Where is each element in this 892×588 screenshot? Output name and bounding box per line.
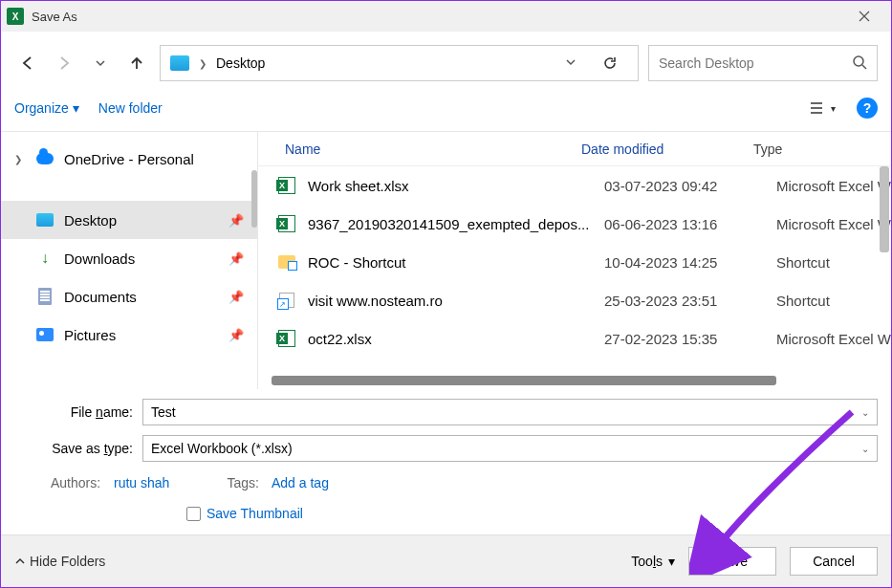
organize-menu[interactable]: Organize ▾ [14, 100, 79, 116]
file-date: 03-07-2023 09:42 [604, 178, 776, 194]
svg-point-0 [854, 56, 863, 66]
file-name: oct22.xlsx [308, 331, 604, 347]
cancel-button[interactable]: Cancel [790, 547, 878, 576]
chevron-right-icon: ❯ [199, 58, 207, 69]
file-type: Microsoft Excel W [776, 331, 891, 347]
tags-value[interactable]: Add a tag [272, 475, 329, 490]
saveastype-label: Save as type: [14, 441, 142, 456]
tools-menu[interactable]: Tools ▾ [631, 554, 675, 569]
file-type: Microsoft Excel W [776, 178, 891, 194]
file-date: 10-04-2023 14:25 [604, 254, 776, 271]
saveastype-value: Excel Workbook (*.xlsx) [151, 441, 293, 456]
chevron-down-icon[interactable]: ⌄ [861, 407, 869, 418]
chevron-down-icon: ▾ [73, 100, 79, 116]
filename-label: File name: [14, 404, 142, 420]
breadcrumb[interactable]: Desktop [216, 55, 265, 71]
file-name: Work sheet.xlsx [308, 178, 604, 194]
file-row[interactable]: Work sheet.xlsx03-07-2023 09:42Microsoft… [258, 166, 891, 205]
nav-label: Pictures [64, 327, 116, 343]
view-options-button[interactable]: ▾ [807, 95, 838, 121]
chevron-down-icon: ▾ [831, 103, 836, 114]
file-icon [278, 215, 295, 232]
close-button[interactable] [843, 1, 885, 32]
up-button[interactable] [123, 50, 150, 76]
file-row[interactable]: visit www.nosteam.ro25-03-2023 23:51Shor… [258, 281, 891, 319]
downloads-icon: ↓ [35, 249, 54, 268]
thumbnail-label[interactable]: Save Thumbnail [207, 506, 303, 521]
nav-downloads[interactable]: ↓ Downloads 📌 [1, 239, 257, 277]
onedrive-icon [36, 153, 54, 164]
new-folder-button[interactable]: New folder [98, 100, 163, 116]
nav-label: OneDrive - Personal [64, 151, 194, 167]
help-button[interactable]: ? [857, 98, 878, 119]
pin-icon[interactable]: 📌 [228, 328, 244, 342]
nav-pictures[interactable]: Pictures 📌 [1, 316, 257, 354]
file-row[interactable]: oct22.xlsx27-02-2023 15:35Microsoft Exce… [258, 319, 891, 358]
window-title: Save As [32, 10, 77, 24]
file-icon [278, 255, 295, 269]
file-date: 27-02-2023 15:35 [604, 331, 776, 347]
navigation-pane: ❯ OneDrive - Personal Desktop 📌 ↓ Downlo… [1, 132, 258, 389]
column-name[interactable]: Name [285, 142, 581, 157]
file-type: Microsoft Excel W [776, 216, 891, 232]
file-row[interactable]: 9367_20190320141509_exempted_depos...06-… [258, 205, 891, 243]
file-icon [279, 293, 294, 308]
organize-label: Organize [14, 100, 69, 116]
search-input[interactable] [659, 55, 852, 71]
file-name: 9367_20190320141509_exempted_depos... [308, 216, 604, 232]
pin-icon[interactable]: 📌 [228, 251, 244, 266]
address-bar[interactable]: ❯ Desktop [160, 45, 639, 81]
recent-dropdown[interactable] [87, 50, 114, 76]
nav-onedrive[interactable]: ❯ OneDrive - Personal [1, 140, 257, 178]
column-date[interactable]: Date modified [581, 142, 753, 157]
hide-folders-button[interactable]: Hide Folders [14, 554, 105, 569]
address-dropdown[interactable] [559, 55, 582, 71]
save-button[interactable]: Save [688, 547, 776, 576]
file-icon [278, 177, 295, 194]
nav-desktop[interactable]: Desktop 📌 [1, 201, 257, 239]
filename-field[interactable]: Test ⌄ [142, 399, 878, 425]
excel-app-icon: X [7, 8, 24, 25]
file-type: Shortcut [776, 254, 891, 271]
nav-documents[interactable]: Documents 📌 [1, 277, 257, 316]
file-date: 25-03-2023 23:51 [604, 293, 776, 309]
filename-value: Test [151, 404, 176, 420]
nav-scrollbar[interactable] [251, 170, 257, 228]
pictures-icon [36, 328, 54, 341]
authors-label: Authors: [51, 475, 100, 490]
file-list-pane: Name Date modified Type Work sheet.xlsx0… [258, 132, 891, 389]
search-icon [852, 54, 867, 73]
search-box[interactable] [648, 45, 878, 81]
file-type: Shortcut [776, 293, 891, 309]
nav-label: Documents [64, 289, 137, 305]
nav-label: Desktop [64, 212, 117, 229]
hide-folders-label: Hide Folders [30, 554, 105, 569]
chevron-down-icon[interactable]: ⌄ [861, 444, 869, 454]
file-scrollbar[interactable] [880, 166, 889, 252]
horizontal-scrollbar[interactable] [272, 376, 776, 385]
thumbnail-checkbox[interactable] [186, 507, 201, 521]
desktop-icon [36, 213, 54, 227]
chevron-right-icon[interactable]: ❯ [14, 154, 26, 164]
file-row[interactable]: ROC - Shortcut10-04-2023 14:25Shortcut [258, 243, 891, 281]
column-type[interactable]: Type [753, 142, 891, 157]
nav-label: Downloads [64, 250, 135, 267]
file-name: ROC - Shortcut [308, 254, 604, 271]
saveastype-field[interactable]: Excel Workbook (*.xlsx) ⌄ [142, 435, 878, 462]
file-name: visit www.nosteam.ro [308, 293, 604, 309]
back-button[interactable] [14, 50, 41, 76]
file-date: 06-06-2023 13:16 [604, 216, 776, 232]
tags-label: Tags: [227, 475, 258, 490]
desktop-folder-icon [170, 55, 189, 71]
pin-icon[interactable]: 📌 [228, 213, 244, 228]
documents-icon [38, 288, 52, 305]
pin-icon[interactable]: 📌 [228, 290, 244, 304]
refresh-button[interactable] [592, 45, 628, 81]
forward-button[interactable] [51, 50, 77, 76]
chevron-down-icon: ▾ [668, 554, 675, 569]
new-folder-label: New folder [98, 100, 163, 116]
file-icon [278, 330, 295, 347]
authors-value[interactable]: rutu shah [114, 475, 169, 490]
